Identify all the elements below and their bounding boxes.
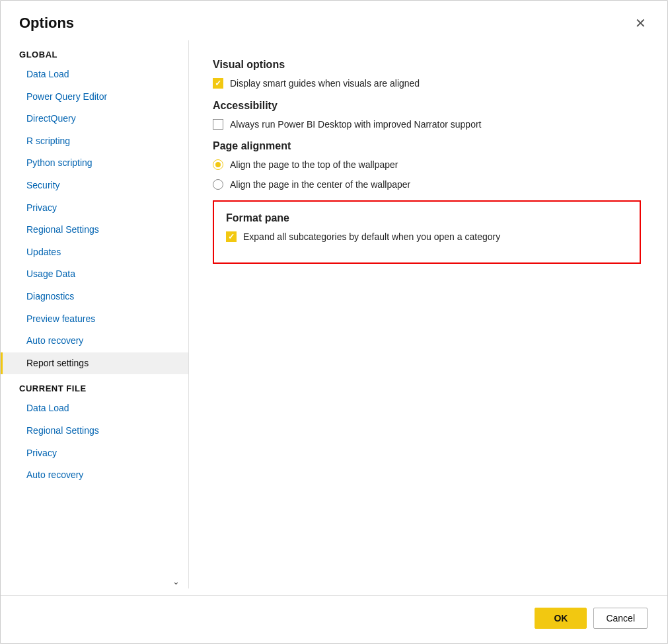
page-alignment-title: Page alignment (213, 140, 641, 152)
page-alignment-radio2[interactable] (213, 179, 223, 190)
sidebar-global-item-2[interactable]: DirectQuery (1, 108, 188, 130)
global-section-label: GLOBAL (1, 40, 188, 63)
sidebar-cf-item-1[interactable]: Regional Settings (1, 420, 188, 442)
sidebar-global-item-3[interactable]: R scripting (1, 130, 188, 153)
accessibility-title: Accessibility (213, 100, 641, 112)
sidebar-global-item-0[interactable]: Data Load (1, 63, 188, 86)
format-pane-checkbox-label: Expand all subcategories by default when… (243, 231, 500, 244)
page-alignment-radio2-label: Align the page in the center of the wall… (230, 179, 410, 192)
sidebar-global-item-8[interactable]: Updates (1, 241, 188, 264)
page-alignment-radio1[interactable] (213, 159, 223, 170)
format-pane-section: Format pane Expand all subcategories by … (213, 200, 641, 264)
page-alignment-radio2-row: Align the page in the center of the wall… (213, 179, 641, 192)
sidebar-global-item-7[interactable]: Regional Settings (1, 219, 188, 241)
format-pane-title: Format pane (226, 212, 628, 224)
sidebar-global-item-11[interactable]: Preview features (1, 308, 188, 331)
accessibility-checkbox-label: Always run Power BI Desktop with improve… (230, 118, 481, 132)
sidebar-global-item-9[interactable]: Usage Data (1, 263, 188, 286)
sidebar-global-item-5[interactable]: Security (1, 175, 188, 197)
close-button[interactable]: ✕ (630, 13, 651, 34)
visual-options-section: Visual options Display smart guides when… (213, 59, 641, 91)
dialog-header: Options ✕ (1, 1, 667, 34)
format-pane-checkbox-row: Expand all subcategories by default when… (226, 231, 628, 244)
accessibility-checkbox-row: Always run Power BI Desktop with improve… (213, 118, 641, 132)
page-alignment-section: Page alignment Align the page to the top… (213, 140, 641, 191)
visual-options-checkbox-row: Display smart guides when visuals are al… (213, 77, 641, 91)
sidebar-global-item-4[interactable]: Python scripting (1, 152, 188, 175)
dialog-footer: OK Cancel (1, 595, 667, 643)
cancel-button[interactable]: Cancel (593, 608, 648, 629)
current-file-section-label: CURRENT FILE (1, 374, 188, 397)
ok-button[interactable]: OK (535, 608, 587, 629)
sidebar-global-item-1[interactable]: Power Query Editor (1, 86, 188, 108)
sidebar-global-item-10[interactable]: Diagnostics (1, 286, 188, 308)
scroll-down-button[interactable]: ⌄ (168, 574, 183, 588)
page-alignment-radio1-label: Align the page to the top of the wallpap… (230, 159, 398, 172)
main-content: Visual options Display smart guides when… (189, 40, 667, 588)
sidebar: GLOBAL Data LoadPower Query EditorDirect… (1, 40, 189, 588)
format-pane-checkbox[interactable] (226, 231, 237, 242)
sidebar-cf-item-2[interactable]: Privacy (1, 442, 188, 465)
sidebar-global-item-13[interactable]: Report settings (1, 352, 188, 375)
visual-options-title: Visual options (213, 59, 641, 71)
visual-options-checkbox-label: Display smart guides when visuals are al… (230, 77, 420, 91)
sidebar-cf-item-0[interactable]: Data Load (1, 397, 188, 420)
sidebar-cf-item-3[interactable]: Auto recovery (1, 464, 188, 487)
sidebar-global-item-6[interactable]: Privacy (1, 197, 188, 220)
page-alignment-radio1-row: Align the page to the top of the wallpap… (213, 159, 641, 172)
sidebar-global-item-12[interactable]: Auto recovery (1, 330, 188, 352)
global-items-list: Data LoadPower Query EditorDirectQueryR … (1, 63, 188, 374)
current-file-items-list: Data LoadRegional SettingsPrivacyAuto re… (1, 397, 188, 486)
options-dialog: Options ✕ GLOBAL Data LoadPower Query Ed… (0, 0, 668, 644)
visual-options-checkbox[interactable] (213, 78, 223, 89)
accessibility-checkbox[interactable] (213, 119, 223, 130)
dialog-title: Options (19, 15, 74, 32)
accessibility-section: Accessibility Always run Power BI Deskto… (213, 100, 641, 132)
dialog-body: GLOBAL Data LoadPower Query EditorDirect… (1, 34, 667, 588)
